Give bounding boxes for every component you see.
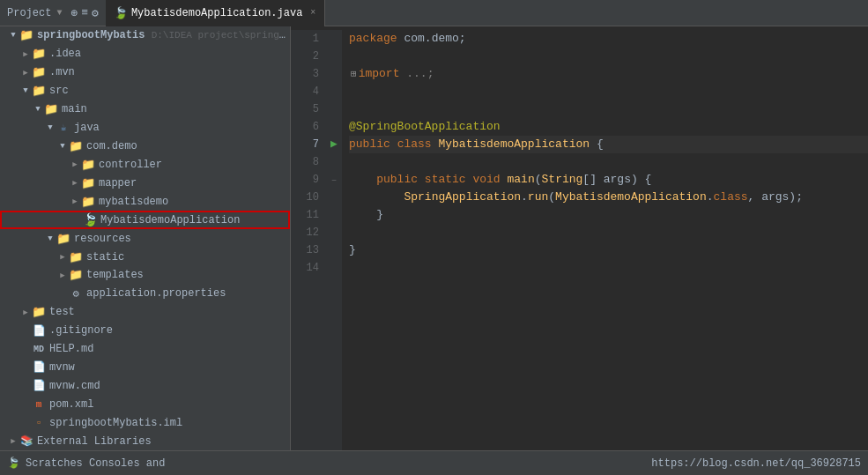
code-line-7: public class MybatisdemoApplication { — [349, 136, 868, 153]
gutter-11 — [326, 206, 342, 224]
tree-mvnw[interactable]: 📄 mvnw — [0, 359, 290, 377]
project-panel-header: Project ▼ ⊕ ≡ ⚙ — [0, 6, 106, 20]
code-line-2 — [349, 48, 868, 65]
resources-label: resources — [74, 233, 290, 245]
gutter-14 — [326, 259, 342, 277]
tree-helpmd[interactable]: MD HELP.md — [0, 340, 290, 359]
tree-mvnwcmd[interactable]: 📄 mvnw.cmd — [0, 376, 290, 395]
gutter-5 — [326, 100, 342, 118]
tree-gitignore[interactable]: 📄 .gitignore — [0, 322, 290, 340]
project-sidebar: ▼ 📁 springbootMybatis D:\IDEA project\sp… — [0, 26, 291, 450]
tree-mapper[interactable]: ▶ 📁 mapper — [0, 174, 290, 192]
collapse-icon[interactable]: ≡ — [81, 6, 88, 19]
ln-14: 14 — [291, 259, 319, 277]
tree-java[interactable]: ▼ ☕ java — [0, 119, 290, 137]
extlibs-icon: 📚 — [19, 434, 33, 449]
tree-controller[interactable]: ▶ 📁 controller — [0, 155, 290, 174]
tab-close-button[interactable]: × — [310, 8, 315, 18]
templates-arrow: ▶ — [56, 271, 69, 280]
code-line-3: ⊞ import ...; — [349, 65, 868, 83]
gitignore-label: .gitignore — [49, 324, 290, 337]
gutter-6 — [326, 118, 342, 136]
iml-icon: ▫ — [32, 416, 46, 430]
code-line-5 — [349, 100, 868, 118]
extlibs-arrow: ▶ — [7, 436, 19, 446]
extlibs-label: External Libraries — [37, 435, 290, 448]
tree-static[interactable]: ▶ 📁 static — [0, 248, 290, 266]
tree-com-demo[interactable]: ▼ 📁 com.demo — [0, 137, 290, 155]
code-line-1: package com.demo; — [349, 30, 868, 48]
gutter-8 — [326, 153, 342, 171]
code-line-11: } — [349, 206, 868, 224]
code-area[interactable]: 1 2 3 4 5 6 7 8 9 10 11 12 13 14 — [291, 26, 868, 450]
code-editor: 1 2 3 4 5 6 7 8 9 10 11 12 13 14 — [291, 26, 868, 450]
project-label: Project — [7, 7, 51, 19]
controller-label: controller — [99, 159, 290, 171]
locate-icon[interactable]: ⊕ — [70, 6, 78, 20]
ln-10: 10 — [291, 189, 319, 206]
ln-3: 3 — [291, 65, 319, 83]
mvn-folder-icon: 📁 — [32, 65, 46, 79]
file-tab-mybatisdemoapp[interactable]: 🍃 MybatisdemoApplication.java × — [106, 0, 325, 26]
settings-icon[interactable]: ⚙ — [92, 6, 99, 20]
mybatisdemo-folder-icon: 📁 — [81, 195, 95, 209]
java-arrow: ▼ — [44, 123, 56, 132]
tree-main[interactable]: ▼ 📁 main — [0, 100, 290, 119]
test-label: test — [49, 306, 290, 318]
ln-5: 5 — [291, 100, 319, 118]
tree-templates[interactable]: ▶ 📁 templates — [0, 266, 290, 285]
com-demo-arrow: ▼ — [56, 142, 69, 151]
code-gutter: ▶ – — [326, 30, 342, 450]
tree-ext-libs[interactable]: ▶ 📚 External Libraries — [0, 432, 290, 450]
gutter-3 — [326, 65, 342, 83]
tree-mybatisdemo[interactable]: ▶ 📁 mybatisdemo — [0, 192, 290, 211]
tree-root[interactable]: ▼ 📁 springbootMybatis D:\IDEA project\sp… — [0, 26, 290, 45]
tree-mvn[interactable]: ▶ 📁 .mvn — [0, 63, 290, 82]
code-line-12 — [349, 224, 868, 241]
templates-folder-icon: 📁 — [69, 268, 83, 282]
com-demo-label: com.demo — [86, 140, 290, 152]
mvnwcmd-icon: 📄 — [32, 379, 46, 393]
tree-iml[interactable]: ▫ springbootMybatis.iml — [0, 413, 290, 432]
root-label: springbootMybatis D:\IDEA project\spring… — [37, 29, 290, 41]
bottom-left: 🍃 Scratches Consoles and — [7, 456, 651, 470]
pomxml-label: pom.xml — [49, 398, 290, 411]
tree-idea[interactable]: ▶ 📁 .idea — [0, 45, 290, 63]
dropdown-arrow[interactable]: ▼ — [56, 8, 62, 18]
gutter-2 — [326, 48, 342, 65]
spring-icon: 🍃 — [115, 7, 127, 19]
root-arrow: ▼ — [7, 31, 19, 40]
static-arrow: ▶ — [56, 252, 69, 262]
code-line-9: public static void main(String[] args) { — [349, 171, 868, 189]
import-collapse[interactable]: ⊞ — [349, 65, 359, 83]
tree-resources[interactable]: ▼ 📁 resources — [0, 229, 290, 248]
gutter-7-run[interactable]: ▶ — [326, 136, 342, 153]
spring-app-icon: 🍃 — [83, 213, 97, 227]
mybatisdemoapp-label: MybatisdemoApplication — [100, 214, 288, 226]
gutter-13 — [326, 241, 342, 259]
ln-7: 7 — [291, 136, 319, 153]
com-demo-folder-icon: 📁 — [69, 139, 83, 153]
ln-6: 6 — [291, 118, 319, 136]
tree-mybatisdemoapp[interactable]: 🍃 MybatisdemoApplication — [0, 211, 290, 229]
tree-pomxml[interactable]: m pom.xml — [0, 395, 290, 413]
mapper-folder-icon: 📁 — [81, 176, 95, 190]
code-line-13: } — [349, 241, 868, 259]
mvn-label: .mvn — [49, 66, 290, 78]
tree-src[interactable]: ▼ 📁 src — [0, 82, 290, 100]
iml-label: springbootMybatis.iml — [49, 417, 290, 429]
ln-9: 9 — [291, 171, 319, 189]
java-folder-icon: ☕ — [56, 121, 70, 135]
main-arrow: ▼ — [32, 105, 44, 114]
test-folder-icon: 📁 — [32, 305, 46, 319]
tree-test[interactable]: ▶ 📁 test — [0, 303, 290, 322]
scratches-icon[interactable]: 🍃 — [7, 456, 20, 470]
tab-bar: 🍃 MybatisdemoApplication.java × — [106, 0, 868, 26]
main-folder-icon: 📁 — [44, 102, 58, 116]
code-content[interactable]: package com.demo; ⊞ import ...; @SpringB… — [342, 30, 868, 450]
gutter-9-collapse[interactable]: – — [326, 171, 342, 189]
scratches-label: Scratches Consoles and — [26, 457, 165, 470]
blog-url: https://blog.csdn.net/qq_36928715 — [651, 457, 861, 470]
tree-application-properties[interactable]: ⚙ application.properties — [0, 285, 290, 303]
code-line-4 — [349, 83, 868, 100]
